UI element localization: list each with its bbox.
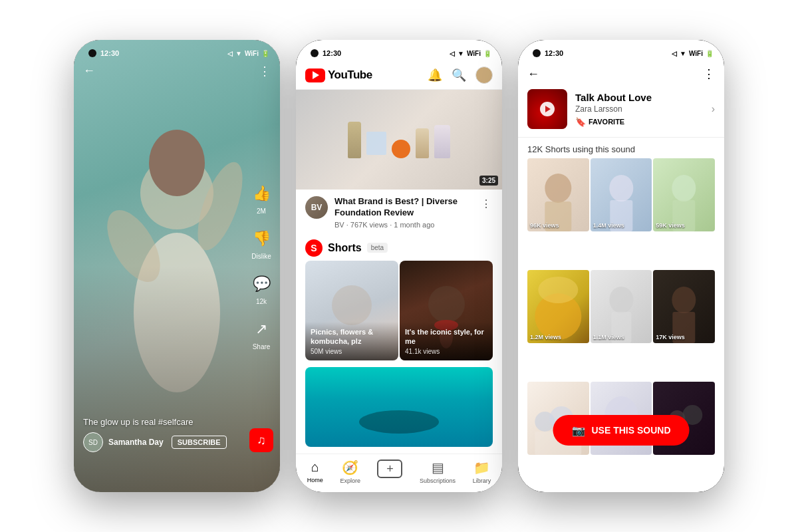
video-3-views: 59K views bbox=[656, 222, 685, 229]
phone-2: 12:30 ◁ ▼ WiFi 🔋 YouTube 🔔 🔍 bbox=[296, 40, 502, 492]
shorts-header: S Shorts beta bbox=[296, 234, 502, 261]
nav-explore[interactable]: 🧭 Explore bbox=[340, 460, 360, 484]
person-head-2 bbox=[428, 286, 465, 323]
header-icons: 🔔 🔍 bbox=[428, 66, 493, 84]
phone-camera-1 bbox=[88, 49, 96, 57]
shorts-actions: 👍 2M 👎 Dislike 💬 12k ↗ Share bbox=[249, 182, 273, 350]
swim-bg bbox=[305, 367, 493, 447]
video-submeta: BV · 767K views · 1 month ago bbox=[334, 221, 473, 229]
back-button-1[interactable]: ← bbox=[83, 64, 95, 78]
artist-name: Zara Larsson bbox=[575, 104, 704, 114]
phone-camera-2 bbox=[311, 49, 319, 57]
sound-video-3[interactable]: 59K views bbox=[653, 158, 715, 231]
bookmark-icon: 🔖 bbox=[575, 117, 586, 127]
status-bar-3: 12:30 ◁ ▼ WiFi 🔋 bbox=[518, 40, 724, 61]
dislike-label: Dislike bbox=[251, 253, 271, 260]
library-label: Library bbox=[473, 477, 491, 484]
youtube-header: YouTube 🔔 🔍 bbox=[296, 61, 502, 90]
share-label: Share bbox=[253, 343, 271, 350]
nav-add[interactable]: + bbox=[377, 460, 402, 484]
favorite-button[interactable]: 🔖 FAVORITE bbox=[575, 117, 704, 127]
play-button[interactable] bbox=[540, 102, 555, 116]
thumb-bg bbox=[296, 90, 502, 190]
music-button[interactable]: ♫ bbox=[249, 428, 273, 452]
svg-point-9 bbox=[672, 175, 696, 201]
yt-logo-icon bbox=[305, 68, 325, 82]
shorts-label: Shorts bbox=[328, 242, 362, 254]
bottle-shape bbox=[348, 122, 361, 158]
sound-header: ← ⋮ bbox=[518, 61, 724, 85]
short2-title: It's the iconic style, for me bbox=[405, 327, 487, 346]
video-6-views: 17K views bbox=[656, 334, 685, 340]
home-icon: ⌂ bbox=[311, 460, 319, 475]
short-card-1[interactable]: Picnics, flowers & kombucha, plz 50M vie… bbox=[305, 261, 398, 360]
video-1-views: 96K views bbox=[530, 222, 559, 229]
nav-library[interactable]: 📁 Library bbox=[473, 460, 491, 484]
short-card-2[interactable]: It's the iconic style, for me 41.1k view… bbox=[400, 261, 493, 360]
subscribe-button[interactable]: SUBSCRIBE bbox=[172, 436, 227, 449]
back-button-3[interactable]: ← bbox=[527, 67, 539, 81]
video-5-views: 1.1M views bbox=[593, 334, 624, 340]
thumb-objects bbox=[341, 115, 457, 165]
svg-point-13 bbox=[609, 287, 633, 313]
sound-video-1[interactable]: 96K views bbox=[527, 158, 589, 231]
short1-title: Picnics, flowers & kombucha, plz bbox=[311, 327, 393, 346]
home-label: Home bbox=[307, 477, 323, 483]
nav-home[interactable]: ⌂ Home bbox=[307, 460, 323, 484]
like-button[interactable]: 👍 2M bbox=[249, 182, 273, 215]
play-triangle bbox=[545, 106, 551, 112]
share-icon: ↗ bbox=[249, 317, 273, 341]
time-2: 12:30 bbox=[323, 49, 341, 57]
shorts-beta-badge: beta bbox=[367, 243, 388, 253]
dislike-button[interactable]: 👎 Dislike bbox=[249, 227, 273, 260]
use-this-sound-button[interactable]: 📷 USE THIS SOUND bbox=[553, 415, 689, 446]
library-icon: 📁 bbox=[473, 460, 490, 475]
status-icons-3: ◁ ▼ WiFi 🔋 bbox=[672, 50, 714, 57]
swim-thumbnail[interactable] bbox=[305, 367, 493, 447]
music-icon: ♫ bbox=[257, 434, 266, 448]
use-sound-label: USE THIS SOUND bbox=[591, 425, 670, 436]
time-3: 12:30 bbox=[545, 49, 563, 57]
status-icons-2: ◁ ▼ WiFi 🔋 bbox=[450, 50, 491, 57]
subscriptions-label: Subscriptions bbox=[420, 477, 456, 484]
sound-thumbnail bbox=[527, 89, 567, 129]
orange-shape bbox=[392, 140, 410, 158]
status-icons-1: ◁ ▼ WiFi 🔋 bbox=[227, 50, 269, 57]
share-button[interactable]: ↗ Share bbox=[249, 317, 273, 350]
svg-point-5 bbox=[545, 174, 571, 203]
notification-icon[interactable]: 🔔 bbox=[428, 68, 442, 82]
user-avatar[interactable] bbox=[475, 66, 493, 84]
sound-details: Talk About Love Zara Larsson 🔖 FAVORITE bbox=[575, 92, 704, 127]
svg-point-7 bbox=[609, 175, 633, 201]
comment-button[interactable]: 💬 12k bbox=[249, 272, 273, 305]
time-1: 12:30 bbox=[100, 49, 119, 57]
favorite-label: FAVORITE bbox=[589, 118, 624, 126]
channel-name: Samantha Day bbox=[108, 438, 164, 447]
sound-video-6[interactable]: 17K views bbox=[653, 270, 715, 343]
video-2-views: 1.4M views bbox=[593, 222, 624, 229]
video-more-icon[interactable]: ⋮ bbox=[479, 196, 493, 229]
camera-icon: 📷 bbox=[571, 423, 586, 438]
chevron-right-icon: › bbox=[712, 103, 715, 115]
sound-video-5[interactable]: 1.1M views bbox=[591, 270, 652, 343]
like-count: 2M bbox=[257, 207, 266, 215]
video-title[interactable]: What Brand is Best? | Diverse Foundation… bbox=[334, 196, 473, 219]
explore-label: Explore bbox=[340, 477, 360, 484]
shorts-logo-icon: S bbox=[305, 239, 323, 257]
yt-play-triangle bbox=[313, 71, 319, 79]
video-4-views: 1.2M views bbox=[530, 334, 561, 340]
status-bar-1: 12:30 ◁ ▼ WiFi 🔋 bbox=[74, 40, 280, 61]
add-icon: + bbox=[377, 460, 402, 478]
dislike-icon: 👎 bbox=[249, 227, 273, 251]
more-button-1[interactable]: ⋮ bbox=[259, 64, 271, 78]
video-thumbnail[interactable]: 3:25 bbox=[296, 90, 502, 190]
sound-video-2[interactable]: 1.4M views bbox=[591, 158, 652, 231]
search-icon[interactable]: 🔍 bbox=[452, 68, 466, 82]
phone-3: 12:30 ◁ ▼ WiFi 🔋 ← ⋮ Talk About Love bbox=[518, 40, 724, 492]
sound-video-4[interactable]: 1.2M views bbox=[527, 270, 589, 343]
bottle2-shape bbox=[416, 128, 429, 158]
bottom-nav: ⌂ Home 🧭 Explore + ▤ Subscriptions 📁 Lib… bbox=[296, 454, 502, 492]
nav-subscriptions[interactable]: ▤ Subscriptions bbox=[420, 460, 456, 484]
video-caption: The glow up is real #selfcare bbox=[83, 417, 240, 427]
more-button-3[interactable]: ⋮ bbox=[703, 66, 715, 81]
